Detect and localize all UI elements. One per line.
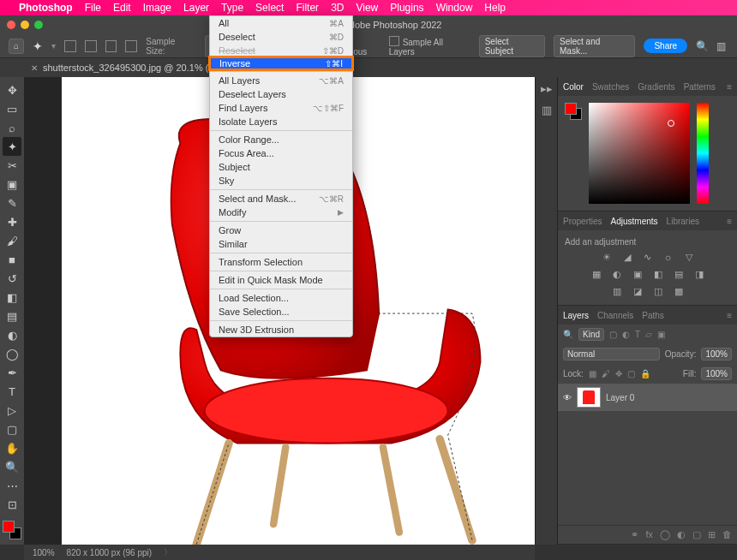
edit-toolbar[interactable]: ⊡	[3, 495, 21, 514]
menu-window[interactable]: Window	[436, 2, 473, 14]
fg-bg-mini[interactable]	[565, 103, 582, 120]
fx-icon[interactable]: fx	[645, 529, 653, 540]
filter-adj-icon[interactable]: ◐	[622, 330, 630, 339]
layer-name[interactable]: Layer 0	[606, 393, 634, 402]
adj-mixer-icon[interactable]: ◧	[651, 269, 665, 281]
traffic-close[interactable]	[7, 21, 15, 29]
move-tool[interactable]: ✥	[3, 80, 21, 99]
panel-menu-icon[interactable]: ≡	[727, 311, 732, 320]
menu-view[interactable]: View	[356, 2, 378, 14]
brush-panel-icon[interactable]: ▥	[542, 104, 552, 116]
tab-channels[interactable]: Channels	[597, 311, 633, 320]
menu-item-isolate-layers[interactable]: Isolate Layers	[210, 115, 352, 128]
adj-bw-icon[interactable]: ◐	[610, 269, 624, 281]
eraser-tool[interactable]: ◧	[3, 288, 21, 307]
menu-item-focus-area-[interactable]: Focus Area...	[210, 146, 352, 160]
menu-image[interactable]: Image	[143, 2, 171, 14]
sub-sel-icon[interactable]	[105, 40, 117, 52]
type-tool[interactable]: T	[3, 382, 21, 401]
home-button[interactable]: ⌂	[9, 39, 24, 54]
adj-curves-icon[interactable]: ∿	[641, 252, 655, 264]
adj-exposure-icon[interactable]: ☼	[662, 252, 675, 264]
menu-item-similar[interactable]: Similar	[210, 237, 352, 251]
menu-item-color-range-[interactable]: Color Range...	[210, 133, 352, 146]
frame-tool[interactable]: ▣	[3, 175, 21, 194]
dodge-tool[interactable]: ◯	[3, 344, 21, 363]
tab-layers[interactable]: Layers	[563, 311, 589, 320]
adj-hue-icon[interactable]: ▦	[590, 269, 603, 281]
select-mask-button[interactable]: Select and Mask...	[554, 35, 635, 57]
menu-edit[interactable]: Edit	[113, 2, 131, 14]
menu-item-inverse[interactable]: Inverse⇧⌘I	[209, 57, 353, 70]
zoom-value[interactable]: 100%	[33, 548, 55, 557]
zoom-tool[interactable]: 🔍	[3, 457, 21, 476]
menu-item-all[interactable]: All⌘A	[210, 16, 352, 30]
tab-gradients[interactable]: Gradients	[638, 82, 674, 92]
adj-brightness-icon[interactable]: ☀	[600, 252, 614, 264]
filter-shape-icon[interactable]: ▱	[645, 330, 652, 339]
menu-item-edit-in-quick-mask-mode[interactable]: Edit in Quick Mask Mode	[210, 273, 352, 287]
gradient-tool[interactable]: ▤	[3, 307, 21, 325]
new-layer-icon[interactable]: ⊞	[708, 529, 716, 540]
adj-invert-icon[interactable]: ◨	[692, 269, 706, 281]
add-sel-icon[interactable]	[85, 40, 97, 52]
menu-help[interactable]: Help	[484, 2, 506, 14]
history-brush-tool[interactable]: ↺	[3, 269, 21, 288]
visibility-icon[interactable]: 👁	[563, 393, 572, 402]
link-icon[interactable]: ⚭	[631, 529, 638, 540]
crop-tool[interactable]: ✂	[3, 156, 21, 175]
layer-row[interactable]: 👁 Layer 0	[558, 384, 737, 411]
menu-item-modify[interactable]: Modify▶	[210, 206, 352, 219]
more-tools[interactable]: ⋯	[3, 476, 21, 495]
mask-icon[interactable]: ◯	[660, 529, 670, 540]
menu-item-select-and-mask-[interactable]: Select and Mask...⌥⌘R	[210, 192, 352, 206]
sample-all-checkbox[interactable]: Sample All Layers	[389, 36, 470, 57]
menu-item-grow[interactable]: Grow	[210, 223, 352, 237]
adj-thresh-icon[interactable]: ◪	[631, 286, 644, 298]
lasso-tool[interactable]: ⌕	[3, 118, 21, 137]
brush-tool[interactable]: 🖌	[3, 231, 21, 250]
hue-slider[interactable]	[697, 103, 709, 204]
pen-tool[interactable]: ✒	[3, 363, 21, 382]
hand-tool[interactable]: ✋	[3, 438, 21, 457]
filter-smart-icon[interactable]: ▣	[657, 330, 665, 339]
menu-item-transform-selection[interactable]: Transform Selection	[210, 255, 352, 269]
menu-item-deselect-layers[interactable]: Deselect Layers	[210, 87, 352, 101]
menu-select[interactable]: Select	[255, 2, 284, 14]
select-subject-button[interactable]: Select Subject	[479, 35, 545, 57]
trash-icon[interactable]: 🗑	[722, 529, 732, 540]
stamp-tool[interactable]: ■	[3, 250, 21, 269]
tab-adjustments[interactable]: Adjustments	[611, 217, 658, 226]
tab-patterns[interactable]: Patterns	[684, 82, 716, 92]
adj-layer-icon[interactable]: ◐	[677, 529, 686, 540]
menu-item-subject[interactable]: Subject	[210, 160, 352, 174]
color-field[interactable]	[589, 103, 690, 204]
traffic-min[interactable]	[21, 21, 29, 29]
new-sel-icon[interactable]	[64, 40, 76, 52]
workspace-icon[interactable]: ▥	[716, 40, 728, 52]
tab-libraries[interactable]: Libraries	[667, 217, 699, 226]
group-icon[interactable]: ▢	[692, 529, 701, 540]
tab-swatches[interactable]: Swatches	[592, 82, 629, 92]
adj-photo-icon[interactable]: ▣	[631, 269, 644, 281]
eyedropper-tool[interactable]: ✎	[3, 194, 21, 212]
blur-tool[interactable]: ◐	[3, 325, 21, 344]
search-icon[interactable]: 🔍	[696, 40, 708, 52]
menu-file[interactable]: File	[85, 2, 101, 14]
lock-all-icon[interactable]: 🔒	[640, 369, 650, 378]
shape-tool[interactable]: ▢	[3, 420, 21, 438]
marquee-tool[interactable]: ▭	[3, 99, 21, 118]
menu-plugins[interactable]: Plugins	[390, 2, 423, 14]
filter-pixel-icon[interactable]: ▢	[609, 330, 617, 339]
menu-item-new-3d-extrusion[interactable]: New 3D Extrusion	[210, 323, 352, 337]
lock-paint-icon[interactable]: 🖌	[602, 369, 610, 378]
tab-paths[interactable]: Paths	[642, 311, 664, 320]
lock-nest-icon[interactable]: ▢	[627, 369, 635, 378]
menu-app[interactable]: Photoshop	[19, 2, 73, 14]
lock-pos-icon[interactable]: ✥	[615, 369, 622, 378]
menu-item-load-selection-[interactable]: Load Selection...	[210, 291, 352, 305]
close-icon[interactable]: ✕	[31, 63, 38, 73]
menu-layer[interactable]: Layer	[183, 2, 209, 14]
menu-item-all-layers[interactable]: All Layers⌥⌘A	[210, 74, 352, 87]
adj-lut-icon[interactable]: ▤	[672, 269, 686, 281]
